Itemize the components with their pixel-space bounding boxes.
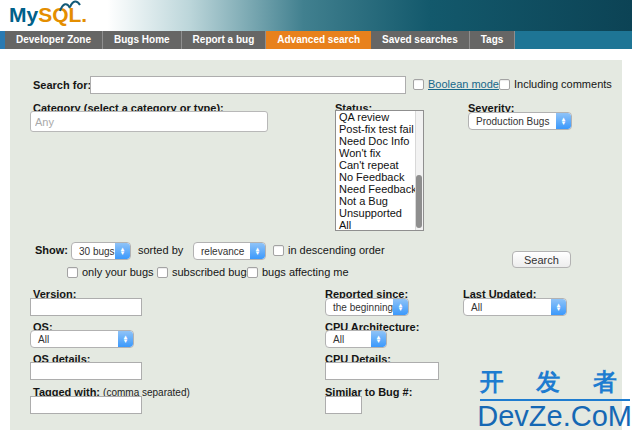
status-option[interactable]: QA review: [336, 111, 423, 123]
watermark-chinese-text: 开 发 者: [480, 366, 630, 401]
sort-by-value: relevance: [194, 246, 250, 257]
nav-tab-tags[interactable]: Tags: [470, 31, 516, 49]
subscribed-bugs-checkbox[interactable]: [157, 267, 168, 278]
sorted-by-label: sorted by: [138, 244, 183, 256]
similar-to-bug-input[interactable]: [325, 396, 362, 414]
nav-tab-developer-zone[interactable]: Developer Zone: [5, 31, 103, 49]
tagged-with-input[interactable]: [30, 396, 142, 414]
cpu-architecture-value: All: [326, 334, 371, 345]
boolean-mode-link[interactable]: Boolean mode: [428, 78, 499, 90]
status-option[interactable]: Unsupported: [336, 207, 423, 219]
nav-tab-bugs-home[interactable]: Bugs Home: [103, 31, 182, 49]
os-select[interactable]: All ▲▼: [30, 330, 134, 348]
status-option[interactable]: All: [336, 219, 423, 231]
severity-select-value: Production Bugs: [469, 116, 556, 127]
reported-since-select[interactable]: the beginning ▲▼: [325, 298, 409, 316]
only-your-bugs-label: only your bugs: [82, 266, 154, 278]
status-option[interactable]: Need Doc Info: [336, 135, 423, 147]
nav-tab-report-a-bug[interactable]: Report a bug: [182, 31, 267, 49]
only-your-bugs-checkbox[interactable]: [67, 267, 78, 278]
status-option[interactable]: Can't repeat: [336, 159, 423, 171]
watermark-site-text: DevZe.CoM: [477, 401, 632, 431]
including-comments-checkbox[interactable]: [499, 79, 510, 90]
search-button[interactable]: Search: [512, 251, 571, 268]
subscribed-bugs-label: subscribed bugs: [172, 266, 252, 278]
status-option[interactable]: Not a Bug: [336, 195, 423, 207]
severity-select[interactable]: Production Bugs ▲▼: [468, 112, 572, 130]
chevron-up-down-icon: ▲▼: [393, 299, 408, 315]
nav-tab-saved-searches[interactable]: Saved searches: [371, 31, 470, 49]
including-comments-label: Including comments: [514, 78, 612, 90]
status-option[interactable]: Won't fix: [336, 147, 423, 159]
bugs-affecting-me-label: bugs affecting me: [262, 266, 349, 278]
status-option[interactable]: No Feedback: [336, 171, 423, 183]
header-banner: MySQL.: [0, 0, 632, 31]
chevron-up-down-icon: ▲▼: [250, 243, 265, 259]
show-label: Show:: [35, 244, 68, 256]
show-count-value: 30 bugs: [72, 246, 115, 257]
status-option[interactable]: Post-fix test fail: [336, 123, 423, 135]
cpu-details-input[interactable]: [325, 362, 439, 380]
os-select-value: All: [31, 334, 118, 345]
chevron-up-down-icon: ▲▼: [118, 331, 133, 347]
cpu-architecture-select[interactable]: All ▲▼: [325, 330, 387, 348]
status-scrollbar-thumb[interactable]: [416, 175, 422, 227]
status-scrollbar[interactable]: [415, 111, 423, 230]
last-updated-select[interactable]: All ▲▼: [463, 298, 567, 316]
dolphin-swoosh-icon: [58, 0, 82, 13]
nav-tab-advanced-search[interactable]: Advanced search: [266, 31, 371, 49]
descending-order-label: in descending order: [288, 244, 385, 256]
reported-since-value: the beginning: [326, 302, 393, 313]
category-input[interactable]: [30, 111, 268, 132]
sort-by-select[interactable]: relevance ▲▼: [193, 242, 266, 260]
os-details-input[interactable]: [30, 362, 142, 380]
page: MySQL. Developer Zone Bugs Home Report a…: [0, 0, 632, 437]
last-updated-value: All: [464, 302, 551, 313]
search-input[interactable]: [90, 76, 406, 94]
nav-bar: Developer Zone Bugs Home Report a bug Ad…: [0, 31, 632, 49]
logo-text-my: My: [9, 3, 38, 26]
chevron-up-down-icon: ▲▼: [551, 299, 566, 315]
logo-trademark-dot: .: [81, 3, 87, 26]
version-input[interactable]: [30, 298, 142, 316]
watermark: 开 发 者 DevZe.CoM: [477, 366, 632, 431]
boolean-mode-checkbox[interactable]: [413, 79, 424, 90]
chevron-up-down-icon: ▲▼: [115, 243, 130, 259]
search-for-label: Search for:: [33, 79, 91, 91]
status-option[interactable]: Need Feedback: [336, 183, 423, 195]
descending-order-checkbox[interactable]: [273, 245, 284, 256]
status-listbox[interactable]: QA review Post-fix test fail Need Doc In…: [335, 110, 424, 231]
chevron-up-down-icon: ▲▼: [556, 113, 571, 129]
bugs-affecting-me-checkbox[interactable]: [247, 267, 258, 278]
show-count-select[interactable]: 30 bugs ▲▼: [71, 242, 131, 260]
chevron-up-down-icon: ▲▼: [371, 331, 386, 347]
